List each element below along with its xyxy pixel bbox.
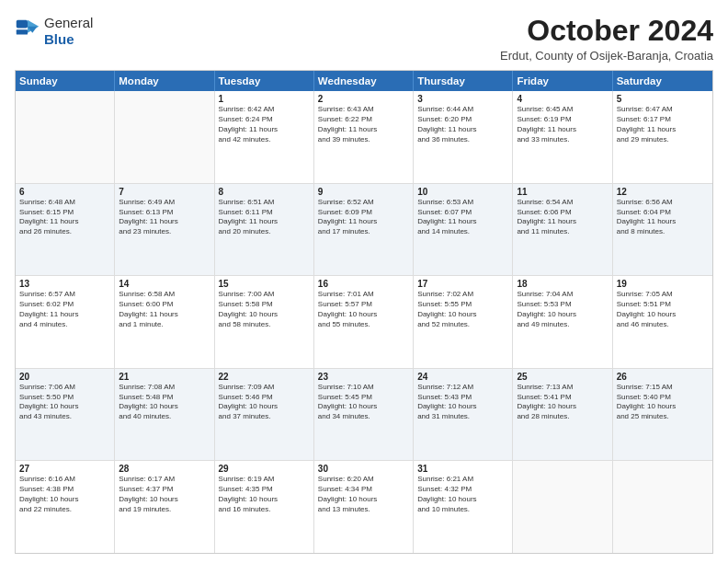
day-number-13: 13 [19, 279, 110, 289]
day-info-30: Sunrise: 6:20 AMSunset: 4:34 PMDaylight:… [318, 475, 409, 514]
day-cell-28: 28Sunrise: 6:17 AMSunset: 4:37 PMDayligh… [115, 461, 214, 553]
day-cell-11: 11Sunrise: 6:54 AMSunset: 6:06 PMDayligh… [513, 184, 612, 276]
day-cell-1: 1Sunrise: 6:42 AMSunset: 6:24 PMDaylight… [215, 91, 314, 183]
day-cell-12: 12Sunrise: 6:56 AMSunset: 6:04 PMDayligh… [613, 184, 712, 276]
day-info-10: Sunrise: 6:53 AMSunset: 6:07 PMDaylight:… [417, 198, 508, 237]
svg-rect-0 [17, 20, 28, 29]
svg-rect-1 [17, 29, 28, 34]
day-number-30: 30 [318, 464, 409, 474]
calendar-week-3: 13Sunrise: 6:57 AMSunset: 6:02 PMDayligh… [16, 275, 712, 368]
day-number-27: 27 [19, 464, 110, 474]
day-cell-26: 26Sunrise: 7:15 AMSunset: 5:40 PMDayligh… [613, 369, 712, 461]
day-info-28: Sunrise: 6:17 AMSunset: 4:37 PMDaylight:… [119, 475, 210, 514]
header-day-sunday: Sunday [16, 71, 115, 91]
day-number-15: 15 [219, 279, 310, 289]
day-info-16: Sunrise: 7:01 AMSunset: 5:57 PMDaylight:… [318, 290, 409, 329]
day-cell-21: 21Sunrise: 7:08 AMSunset: 5:48 PMDayligh… [115, 369, 214, 461]
day-cell-5: 5Sunrise: 6:47 AMSunset: 6:17 PMDaylight… [613, 91, 712, 183]
day-cell-29: 29Sunrise: 6:19 AMSunset: 4:35 PMDayligh… [215, 461, 314, 553]
day-info-15: Sunrise: 7:00 AMSunset: 5:58 PMDaylight:… [219, 290, 310, 329]
day-info-19: Sunrise: 7:05 AMSunset: 5:51 PMDaylight:… [617, 290, 709, 329]
day-cell-22: 22Sunrise: 7:09 AMSunset: 5:46 PMDayligh… [215, 369, 314, 461]
day-cell-15: 15Sunrise: 7:00 AMSunset: 5:58 PMDayligh… [215, 276, 314, 368]
header-day-tuesday: Tuesday [215, 71, 314, 91]
logo-general: General [44, 15, 93, 31]
day-cell-19: 19Sunrise: 7:05 AMSunset: 5:51 PMDayligh… [613, 276, 712, 368]
day-number-18: 18 [517, 279, 608, 289]
day-cell-27: 27Sunrise: 6:16 AMSunset: 4:38 PMDayligh… [16, 461, 115, 553]
day-number-2: 2 [318, 94, 409, 104]
day-number-11: 11 [517, 187, 608, 197]
day-number-14: 14 [119, 279, 210, 289]
day-number-1: 1 [219, 94, 310, 104]
day-number-19: 19 [617, 279, 709, 289]
day-number-4: 4 [517, 94, 608, 104]
header-day-thursday: Thursday [414, 71, 513, 91]
day-number-24: 24 [417, 372, 508, 382]
day-info-2: Sunrise: 6:43 AMSunset: 6:22 PMDaylight:… [318, 105, 409, 144]
header-day-wednesday: Wednesday [314, 71, 414, 91]
day-number-17: 17 [417, 279, 508, 289]
day-cell-9: 9Sunrise: 6:52 AMSunset: 6:09 PMDaylight… [314, 184, 414, 276]
day-number-22: 22 [219, 372, 310, 382]
day-number-25: 25 [517, 372, 608, 382]
logo-blue: Blue [44, 31, 93, 48]
day-cell-13: 13Sunrise: 6:57 AMSunset: 6:02 PMDayligh… [16, 276, 115, 368]
day-info-27: Sunrise: 6:16 AMSunset: 4:38 PMDaylight:… [19, 475, 110, 514]
day-number-8: 8 [219, 187, 310, 197]
day-info-3: Sunrise: 6:44 AMSunset: 6:20 PMDaylight:… [417, 105, 508, 144]
day-info-29: Sunrise: 6:19 AMSunset: 4:35 PMDaylight:… [219, 475, 310, 514]
calendar-week-1: 1Sunrise: 6:42 AMSunset: 6:24 PMDaylight… [16, 91, 712, 183]
day-cell-8: 8Sunrise: 6:51 AMSunset: 6:11 PMDaylight… [215, 184, 314, 276]
day-number-29: 29 [219, 464, 310, 474]
header: General Blue October 2024 Erdut, County … [15, 15, 713, 63]
day-number-6: 6 [19, 187, 110, 197]
empty-cell-w5-d7 [613, 461, 712, 553]
day-info-17: Sunrise: 7:02 AMSunset: 5:55 PMDaylight:… [417, 290, 508, 329]
header-day-monday: Monday [115, 71, 214, 91]
day-number-3: 3 [417, 94, 508, 104]
day-info-13: Sunrise: 6:57 AMSunset: 6:02 PMDaylight:… [19, 290, 110, 329]
day-cell-16: 16Sunrise: 7:01 AMSunset: 5:57 PMDayligh… [314, 276, 414, 368]
day-number-7: 7 [119, 187, 210, 197]
month-title: October 2024 [500, 15, 713, 47]
day-info-23: Sunrise: 7:10 AMSunset: 5:45 PMDaylight:… [318, 383, 409, 422]
page: General Blue October 2024 Erdut, County … [0, 0, 728, 563]
day-info-6: Sunrise: 6:48 AMSunset: 6:15 PMDaylight:… [19, 198, 110, 237]
day-info-7: Sunrise: 6:49 AMSunset: 6:13 PMDaylight:… [119, 198, 210, 237]
day-cell-2: 2Sunrise: 6:43 AMSunset: 6:22 PMDaylight… [314, 91, 414, 183]
header-day-saturday: Saturday [613, 71, 712, 91]
day-cell-7: 7Sunrise: 6:49 AMSunset: 6:13 PMDaylight… [115, 184, 214, 276]
day-cell-10: 10Sunrise: 6:53 AMSunset: 6:07 PMDayligh… [414, 184, 513, 276]
day-info-21: Sunrise: 7:08 AMSunset: 5:48 PMDaylight:… [119, 383, 210, 422]
day-info-22: Sunrise: 7:09 AMSunset: 5:46 PMDaylight:… [219, 383, 310, 422]
day-info-24: Sunrise: 7:12 AMSunset: 5:43 PMDaylight:… [417, 383, 508, 422]
location: Erdut, County of Osijek-Baranja, Croatia [500, 49, 713, 63]
calendar-week-4: 20Sunrise: 7:06 AMSunset: 5:50 PMDayligh… [16, 368, 712, 461]
calendar: SundayMondayTuesdayWednesdayThursdayFrid… [15, 70, 713, 554]
day-cell-3: 3Sunrise: 6:44 AMSunset: 6:20 PMDaylight… [414, 91, 513, 183]
day-info-18: Sunrise: 7:04 AMSunset: 5:53 PMDaylight:… [517, 290, 608, 329]
day-info-4: Sunrise: 6:45 AMSunset: 6:19 PMDaylight:… [517, 105, 608, 144]
day-number-26: 26 [617, 372, 709, 382]
title-block: October 2024 Erdut, County of Osijek-Bar… [500, 15, 713, 63]
day-cell-18: 18Sunrise: 7:04 AMSunset: 5:53 PMDayligh… [513, 276, 612, 368]
empty-cell-w1-d1 [16, 91, 115, 183]
day-cell-25: 25Sunrise: 7:13 AMSunset: 5:41 PMDayligh… [513, 369, 612, 461]
day-number-5: 5 [617, 94, 709, 104]
day-info-26: Sunrise: 7:15 AMSunset: 5:40 PMDaylight:… [617, 383, 709, 422]
day-info-14: Sunrise: 6:58 AMSunset: 6:00 PMDaylight:… [119, 290, 210, 329]
calendar-week-2: 6Sunrise: 6:48 AMSunset: 6:15 PMDaylight… [16, 183, 712, 276]
day-info-9: Sunrise: 6:52 AMSunset: 6:09 PMDaylight:… [318, 198, 409, 237]
day-info-5: Sunrise: 6:47 AMSunset: 6:17 PMDaylight:… [617, 105, 709, 144]
day-info-1: Sunrise: 6:42 AMSunset: 6:24 PMDaylight:… [219, 105, 310, 144]
day-info-25: Sunrise: 7:13 AMSunset: 5:41 PMDaylight:… [517, 383, 608, 422]
logo: General Blue [15, 15, 93, 48]
day-info-31: Sunrise: 6:21 AMSunset: 4:32 PMDaylight:… [417, 475, 508, 514]
day-number-21: 21 [119, 372, 210, 382]
day-number-20: 20 [19, 372, 110, 382]
day-cell-14: 14Sunrise: 6:58 AMSunset: 6:00 PMDayligh… [115, 276, 214, 368]
day-info-12: Sunrise: 6:56 AMSunset: 6:04 PMDaylight:… [617, 198, 709, 237]
day-number-16: 16 [318, 279, 409, 289]
empty-cell-w1-d2 [115, 91, 214, 183]
